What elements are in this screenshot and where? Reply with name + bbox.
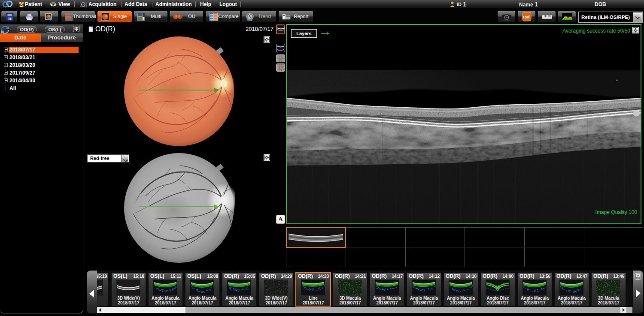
svg-text:Ref.: Ref. [523,15,530,19]
